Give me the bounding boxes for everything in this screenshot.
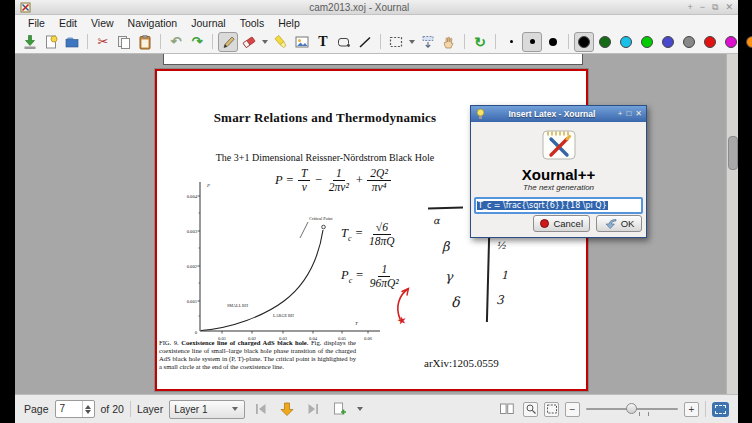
plot-region-large: LARGE BH <box>273 313 294 318</box>
menu-file[interactable]: File <box>21 16 52 30</box>
copy-button[interactable] <box>114 32 134 52</box>
goto-next-annotated-button[interactable] <box>277 399 297 419</box>
goto-last-annotated-button[interactable] <box>303 399 323 419</box>
zoom-out-button[interactable]: − <box>565 402 580 417</box>
dialog-controls: + □ ✕ <box>618 110 642 118</box>
dialog-maximize-button[interactable]: □ <box>626 110 631 118</box>
plot-xtick: 0.06 <box>364 336 373 341</box>
vertical-scrollbar[interactable] <box>726 54 738 394</box>
zoom-slider[interactable] <box>586 402 678 416</box>
two-page-view-button[interactable] <box>497 399 517 419</box>
arxiv-reference: arXiv:1205.0559 <box>424 357 499 369</box>
color-green-button[interactable] <box>637 32 657 52</box>
color-cyan-button[interactable] <box>616 32 636 52</box>
highlighter-tool-button[interactable] <box>271 32 291 52</box>
color-black-button[interactable] <box>574 32 594 52</box>
shape-recognizer-button[interactable] <box>334 32 354 52</box>
layer-chevron-icon <box>232 407 238 411</box>
coexistence-plot: P 0.004 0.003 0.002 0.001 0 0.01 0.02 0.… <box>182 176 397 344</box>
highlighter-icon <box>273 34 289 50</box>
color-black-swatch <box>578 36 590 48</box>
select-rectangle-button[interactable] <box>386 32 406 52</box>
scrollbar-thumb[interactable] <box>728 136 738 170</box>
append-page-button[interactable] <box>329 399 349 419</box>
hand-tool-button[interactable] <box>439 32 459 52</box>
color-blue-button[interactable] <box>658 32 678 52</box>
menu-tools[interactable]: Tools <box>233 16 272 30</box>
ok-arrow-icon <box>604 218 617 229</box>
menu-edit[interactable]: Edit <box>52 16 84 30</box>
fullscreen-button[interactable] <box>712 402 729 417</box>
vertical-space-button[interactable] <box>418 32 438 52</box>
default-tool-button[interactable]: ↻ <box>470 32 490 52</box>
save-button[interactable] <box>20 32 40 52</box>
handwritten-value-one: 1 <box>501 269 508 282</box>
menu-help[interactable]: Help <box>271 16 307 30</box>
new-page-button[interactable] <box>41 32 61 52</box>
maximize-button[interactable]: ⧉ <box>712 3 718 12</box>
layer-dropdown[interactable]: Layer 1 <box>169 400 245 419</box>
xournal-window: cam2013.xoj - Xournal + − ⧉ ✕ File Edit … <box>15 0 738 423</box>
previous-page-edge <box>163 54 583 65</box>
color-red-button[interactable] <box>700 32 720 52</box>
pen-size-thick-button[interactable] <box>543 32 563 52</box>
zoom-original-button[interactable] <box>523 402 538 417</box>
handwritten-alpha: α <box>433 215 440 226</box>
ruler-tool-button[interactable] <box>355 32 375 52</box>
toolbar-separator <box>495 34 496 49</box>
medium-dot-icon <box>530 39 535 44</box>
insert-latex-dialog: Insert Latex - Xournal + □ ✕ Xournal++ T… <box>470 105 647 238</box>
paste-icon <box>137 34 153 50</box>
eraser-options-chevron-icon[interactable] <box>262 40 268 44</box>
color-gray-button[interactable] <box>679 32 699 52</box>
zoom-in-button[interactable]: + <box>684 402 699 417</box>
dialog-shade-button[interactable]: + <box>618 110 623 118</box>
redo-icon: ↷ <box>192 35 203 48</box>
pen-tool-button[interactable] <box>218 32 238 52</box>
zoom-fit-button[interactable] <box>544 402 559 417</box>
dialog-app-name: Xournal++ <box>471 166 646 183</box>
goto-first-annotated-button[interactable] <box>251 399 271 419</box>
eraser-tool-button[interactable] <box>239 32 259 52</box>
dialog-titlebar[interactable]: Insert Latex - Xournal + □ ✕ <box>471 106 646 122</box>
text-tool-button[interactable]: T <box>313 32 333 52</box>
undo-button[interactable]: ↶ <box>166 32 186 52</box>
ok-button[interactable]: OK <box>596 215 642 232</box>
plot-ylabel: P <box>206 183 210 188</box>
color-darkgreen-button[interactable] <box>595 32 615 52</box>
open-button[interactable] <box>62 32 82 52</box>
ok-label: OK <box>621 218 635 229</box>
image-tool-button[interactable] <box>292 32 312 52</box>
window-titlebar[interactable]: cam2013.xoj - Xournal + − ⧉ ✕ <box>15 0 738 15</box>
cancel-button[interactable]: Cancel <box>533 215 590 232</box>
zoom-slider-thumb[interactable] <box>626 403 637 414</box>
coexistence-curve <box>201 230 323 331</box>
menu-view[interactable]: View <box>84 16 121 30</box>
paste-button[interactable] <box>135 32 155 52</box>
dialog-close-button[interactable]: ✕ <box>635 110 642 118</box>
dialog-title: Insert Latex - Xournal <box>488 109 616 119</box>
close-button[interactable]: ✕ <box>725 3 733 12</box>
spinner-down-icon[interactable] <box>85 410 91 414</box>
pen-size-fine-button[interactable] <box>501 32 521 52</box>
zoom-out-icon: − <box>570 404 576 415</box>
menu-journal[interactable]: Journal <box>184 16 232 30</box>
spinner-up-icon[interactable] <box>85 405 91 409</box>
statusbar-separator <box>130 401 131 417</box>
color-orange-button[interactable] <box>742 32 752 52</box>
app-icon <box>20 2 31 13</box>
statusbar: Page 7 of 20 Layer Layer 1 <box>15 394 738 423</box>
cut-button[interactable]: ✂ <box>93 32 113 52</box>
latex-input[interactable]: T_c = \frac{\sqrt{6}}{18 \pi Q} <box>474 197 643 214</box>
minimize-button[interactable]: − <box>700 3 705 12</box>
redo-button[interactable]: ↷ <box>187 32 207 52</box>
page-label: Page <box>24 403 49 415</box>
select-options-chevron-icon[interactable] <box>409 40 415 44</box>
page-options-chevron-icon[interactable] <box>357 407 363 411</box>
menu-navigation[interactable]: Navigation <box>121 16 185 30</box>
zoom-in-icon: + <box>689 404 695 415</box>
shade-button[interactable]: + <box>687 3 692 12</box>
pen-size-medium-button[interactable] <box>522 32 542 52</box>
color-magenta-button[interactable] <box>721 32 741 52</box>
page-number-spinner[interactable]: 7 <box>55 400 95 418</box>
